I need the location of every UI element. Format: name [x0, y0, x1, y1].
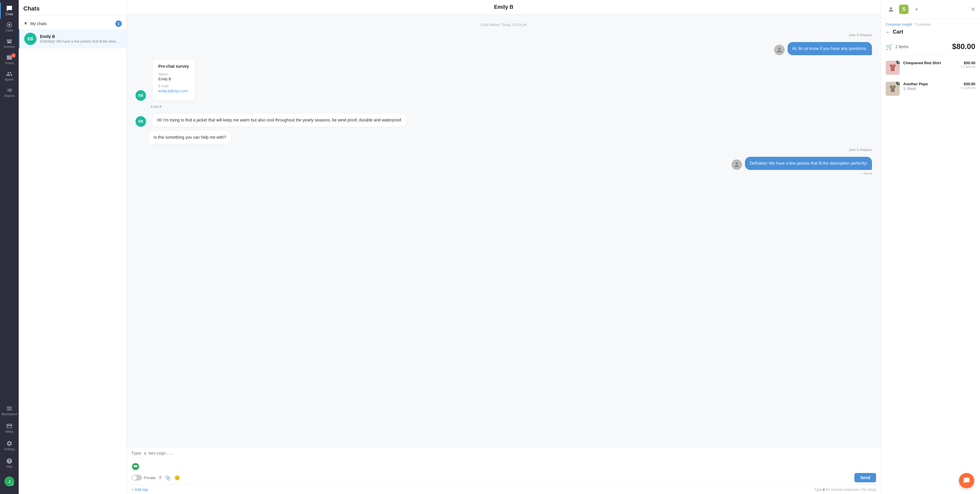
pre-chat-row: EB Pre-chat survey Name: Emily B E-mail:… — [135, 59, 872, 101]
hint-text1: Type — [815, 488, 823, 492]
private-toggle[interactable]: Private — [131, 475, 155, 481]
floating-chat-icon — [963, 477, 970, 484]
chat-header: Emily B — [127, 0, 881, 14]
msg-sender-incoming: Emily B — [151, 105, 872, 108]
chat-name: Emily B — [40, 34, 122, 39]
agents-icon — [6, 71, 13, 77]
plus-icon — [914, 7, 919, 12]
sidebar-item-help[interactable]: Help — [2, 455, 17, 471]
close-button[interactable]: ✕ — [971, 6, 975, 13]
rp-tabs: S — [886, 4, 922, 14]
rp-tab-add[interactable] — [912, 4, 922, 14]
field-label-email: E-mail: — [158, 84, 189, 88]
messages-area: Chat started: Today, 01:04 pm John G Pea… — [127, 14, 881, 447]
sidebar-item-chats[interactable]: Chats — [0, 2, 19, 19]
user-avatar-button[interactable]: J — [2, 473, 17, 489]
field-value-email: emily.b@xyz.com — [158, 89, 189, 93]
svg-point-0 — [8, 24, 10, 26]
tickets-badge: 4 — [11, 53, 16, 58]
floating-chat-button[interactable] — [959, 473, 974, 488]
main-chat: Emily B Chat started: Today, 01:04 pm Jo… — [127, 0, 881, 494]
sidebar-item-label: Help — [6, 465, 13, 468]
cart-summary: 🛒 2 items $80.00 — [881, 38, 980, 55]
avatar-initials: EB — [27, 37, 33, 41]
field-value-name: Emily B — [158, 77, 189, 81]
item-unit-price2: 1 x $30.00 — [961, 86, 975, 90]
sidebar-item-reports[interactable]: Reports — [0, 84, 19, 100]
agent-avatar2 — [732, 159, 742, 170]
emoji-icon[interactable]: 🙂 — [174, 475, 180, 481]
cart-item-name: Chequered Red Shirt — [903, 61, 957, 66]
sidebar-item-traffic[interactable]: Traffic — [0, 19, 19, 35]
sidebar: Chats Traffic Archives 4 Tickets Agents … — [0, 0, 19, 494]
add-tag-button[interactable]: + Add tag — [131, 487, 148, 492]
back-arrow-icon[interactable]: ← — [886, 30, 890, 35]
sidebar-item-settings[interactable]: Settings — [2, 437, 17, 454]
sidebar-item-label: Archives — [4, 45, 15, 48]
toggle-switch[interactable] — [131, 475, 142, 481]
breadcrumb-current: Customer — [915, 22, 931, 27]
cart-item-info2: Another Pepe S, Black — [903, 82, 957, 91]
sidebar-item-label: Reports — [4, 94, 14, 97]
sidebar-item-marketplace[interactable]: Marketplace — [2, 402, 17, 419]
input-toolbar: Private # 📎 🙂 Send — [131, 473, 876, 482]
shopify-icon: S — [899, 5, 908, 14]
chat-item[interactable]: EB Emily B Definitely! We have a few jac… — [19, 29, 126, 48]
livechat-icon — [131, 462, 140, 471]
help-icon — [6, 458, 13, 464]
chat-list-panel: Chats ▼ My chats 1 EB Emily B Definitely… — [19, 0, 127, 494]
reports-icon — [6, 87, 13, 94]
message-input[interactable] — [131, 451, 876, 461]
read-status: ✓ Read — [135, 172, 872, 175]
avatar: EB — [24, 33, 37, 45]
sidebar-item-label: Billing — [6, 430, 13, 433]
sidebar-item-agents[interactable]: Agents — [0, 68, 19, 84]
cart-item-name2: Another Pepe — [903, 82, 957, 87]
online-indicator — [11, 483, 14, 486]
sidebar-item-tickets[interactable]: 4 Tickets — [0, 51, 19, 68]
rp-tab-customer[interactable] — [886, 4, 896, 14]
sidebar-item-billing[interactable]: Billing — [2, 420, 17, 436]
shirt2-icon — [888, 84, 897, 93]
chat-icon — [6, 5, 13, 12]
section-title: Cart — [892, 29, 903, 35]
cart-item: 1 Another Pepe S, Black $30.00 1 x $30.0… — [881, 78, 980, 99]
chat-started: Chat started: Today, 01:04 pm — [135, 23, 872, 27]
message-bubble-outgoing2: Definitely! We have a few jackets that f… — [745, 157, 872, 170]
msg-sender2: John G Pearson — [135, 148, 872, 151]
attachment-icon[interactable]: 📎 — [165, 475, 171, 481]
item-price2: $30.00 — [961, 82, 975, 86]
item-unit-price: 1 x $50.00 — [961, 65, 975, 68]
chat-list-header: Chats — [19, 0, 126, 16]
private-label: Private — [144, 476, 155, 480]
right-panel-header: S ✕ — [881, 0, 980, 19]
footer-hint: Type # for canned responses : for emoji — [815, 488, 877, 492]
cart-item-price2: $30.00 1 x $30.00 — [961, 82, 975, 90]
right-panel: S ✕ Customer Insight / Customer ← Cart 🛒… — [881, 0, 980, 494]
sidebar-item-label: Tickets — [5, 62, 14, 65]
send-button[interactable]: Send — [854, 473, 876, 482]
chat-info: Emily B Definitely! We have a few jacket… — [40, 34, 122, 43]
sidebar-item-label: Marketplace — [2, 413, 17, 416]
message-row: Hi, let us know if you have any question… — [135, 42, 872, 55]
my-chats-count: 1 — [115, 21, 122, 27]
message-bubble-incoming2: Is this something you can help me with? — [149, 131, 231, 144]
cart-total: $80.00 — [952, 42, 975, 51]
sidebar-item-archives[interactable]: Archives — [0, 35, 19, 51]
cart-item: 1 Chequered Red Shirt $50.00 1 x $50.00 — [881, 57, 980, 78]
sidebar-item-label: Settings — [4, 448, 14, 451]
rp-tab-shopify[interactable]: S — [899, 4, 909, 14]
my-chats-label: My chats — [30, 21, 115, 26]
agent-avatar — [774, 44, 784, 55]
hashtag-icon[interactable]: # — [159, 475, 161, 480]
cart-count: 🛒 2 items — [886, 43, 908, 50]
my-chats-row[interactable]: ▼ My chats 1 — [19, 18, 126, 29]
message-row-incoming: EB Hi! I'm trying to find a jacket that … — [135, 114, 872, 127]
billing-icon — [6, 423, 13, 429]
breadcrumb-separator: / — [913, 22, 914, 27]
hint-colon: : — [861, 488, 862, 492]
cart-item-info: Chequered Red Shirt — [903, 61, 957, 66]
page-title: Chats — [23, 5, 122, 12]
breadcrumb-parent[interactable]: Customer Insight — [886, 22, 912, 27]
person-icon — [888, 7, 894, 12]
